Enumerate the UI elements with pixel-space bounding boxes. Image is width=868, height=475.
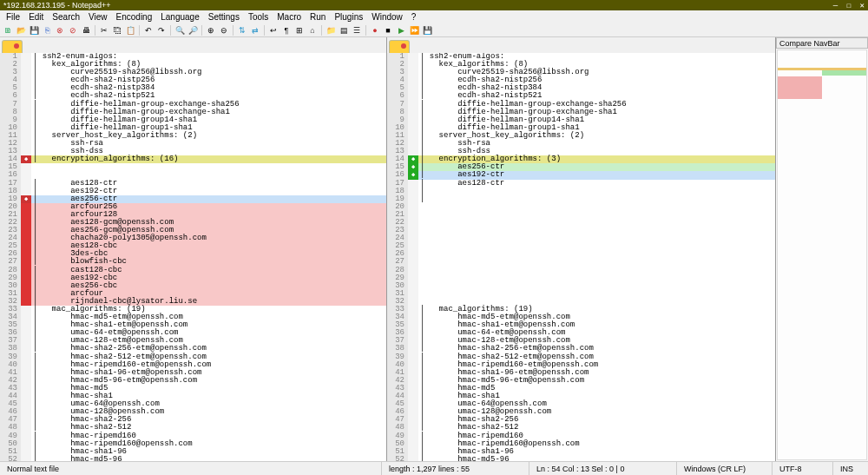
menu-tools[interactable]: Tools xyxy=(244,12,273,22)
find-icon[interactable]: 🔍 xyxy=(174,24,186,36)
close-all-icon[interactable]: ⊘ xyxy=(67,24,79,36)
zoom-in-icon[interactable]: ⊕ xyxy=(205,24,217,36)
left-gutter: 1234567891011121314151617181920212223242… xyxy=(0,53,21,461)
status-eol: Windows (CR LF) xyxy=(677,462,773,475)
menu-window[interactable]: Window xyxy=(367,12,407,22)
menu-macro[interactable]: Macro xyxy=(273,12,306,22)
lang-icon[interactable]: ⌂ xyxy=(306,24,319,36)
right-tabstrip xyxy=(387,37,775,53)
right-pane: 1234567891011121314151617181920212223242… xyxy=(387,37,776,461)
maximize-button[interactable]: ☐ xyxy=(846,1,851,10)
close-file-icon[interactable]: ⊗ xyxy=(54,24,66,36)
cut-icon[interactable]: ✂ xyxy=(98,24,110,36)
modified-dot-icon xyxy=(14,43,19,49)
macro-save-icon[interactable]: 💾 xyxy=(421,24,433,36)
right-marker-column: ◆◆◆ xyxy=(408,53,418,461)
menu-language[interactable]: Language xyxy=(156,12,204,22)
folder-icon[interactable]: 📁 xyxy=(325,24,337,36)
modified-dot-icon xyxy=(401,43,406,49)
indent-guide-icon[interactable]: ⊞ xyxy=(293,24,306,36)
print-icon[interactable]: 🖶 xyxy=(80,24,92,36)
separator xyxy=(321,25,322,36)
open-file-icon[interactable]: 📂 xyxy=(15,24,27,36)
window-title: *192.168.213.195 - Notepad++ xyxy=(3,1,833,10)
macro-stop-icon[interactable]: ■ xyxy=(382,24,394,36)
menu-search[interactable]: Search xyxy=(48,12,84,22)
macro-rec-icon[interactable]: ● xyxy=(369,24,381,36)
compare-navbar-header: Compare NavBar xyxy=(776,37,868,49)
status-enc: UTF-8 xyxy=(773,462,833,475)
menu-run[interactable]: Run xyxy=(306,12,330,22)
right-tab[interactable] xyxy=(389,40,410,53)
toolbar: 🗎 📂 💾 ⎘ ⊗ ⊘ 🖶 ✂ ⿻ 📋 ↶ ↷ 🔍 🔎 ⊕ ⊖ ⇅ ⇄ ↩ ¶ … xyxy=(0,23,868,37)
paste-icon[interactable]: 📋 xyxy=(124,24,136,36)
left-pane: 1234567891011121314151617181920212223242… xyxy=(0,37,387,461)
zoom-out-icon[interactable]: ⊖ xyxy=(218,24,230,36)
right-gutter: 1234567891011121314151617181920212223242… xyxy=(387,53,408,461)
minimize-button[interactable]: — xyxy=(833,1,838,10)
sync-h-icon[interactable]: ⇄ xyxy=(249,24,261,36)
window-controls: — ☐ ✕ xyxy=(833,1,865,10)
menu-edit[interactable]: Edit xyxy=(24,12,48,22)
sync-v-icon[interactable]: ⇅ xyxy=(236,24,248,36)
func-list-icon[interactable]: ☰ xyxy=(351,24,363,36)
main-area: 1234567891011121314151617181920212223242… xyxy=(0,37,868,461)
compare-navbar: Compare NavBar xyxy=(776,37,868,461)
close-button[interactable]: ✕ xyxy=(860,1,865,10)
left-tab[interactable] xyxy=(2,40,23,53)
separator xyxy=(139,25,140,36)
menu-file[interactable]: File xyxy=(2,12,24,22)
menu-?[interactable]: ? xyxy=(407,12,421,22)
right-editor[interactable]: 1234567891011121314151617181920212223242… xyxy=(387,53,775,461)
status-filetype: Normal text file xyxy=(0,462,382,475)
save-icon[interactable]: 💾 xyxy=(28,24,40,36)
separator xyxy=(365,25,366,36)
show-all-chars-icon[interactable]: ¶ xyxy=(280,24,293,36)
redo-icon[interactable]: ↷ xyxy=(155,24,168,36)
menu-plugins[interactable]: Plugins xyxy=(330,12,367,22)
replace-icon[interactable]: 🔎 xyxy=(187,24,199,36)
left-code[interactable]: | ssh2-enum-algos:| kex_algorithms: (8)|… xyxy=(31,53,386,461)
macro-play-icon[interactable]: ▶ xyxy=(395,24,407,36)
wordwrap-icon[interactable]: ↩ xyxy=(267,24,279,36)
left-editor[interactable]: 1234567891011121314151617181920212223242… xyxy=(0,53,386,461)
save-all-icon[interactable]: ⎘ xyxy=(41,24,53,36)
titlebar[interactable]: *192.168.213.195 - Notepad++ — ☐ ✕ xyxy=(0,0,868,10)
copy-icon[interactable]: ⿻ xyxy=(111,24,123,36)
doc-map-icon[interactable]: ▤ xyxy=(338,24,350,36)
menu-view[interactable]: View xyxy=(84,12,112,22)
menu-settings[interactable]: Settings xyxy=(204,12,244,22)
separator xyxy=(264,25,265,36)
status-length: length : 1,297 lines : 55 xyxy=(382,462,529,475)
menubar: FileEditSearchViewEncodingLanguageSettin… xyxy=(0,10,868,23)
status-mode: INS xyxy=(833,462,868,475)
separator xyxy=(201,25,202,36)
left-marker-column: ◆◆ xyxy=(21,53,31,461)
menu-encoding[interactable]: Encoding xyxy=(112,12,157,22)
undo-icon[interactable]: ↶ xyxy=(142,24,155,36)
status-pos: Ln : 54 Col : 13 Sel : 0 | 0 xyxy=(529,462,677,475)
right-code[interactable]: | ssh2-enum-algos:| kex_algorithms: (8)|… xyxy=(418,53,775,461)
statusbar: Normal text file length : 1,297 lines : … xyxy=(0,461,868,475)
separator xyxy=(170,25,171,36)
separator xyxy=(95,25,95,36)
macro-play-multi-icon[interactable]: ⏩ xyxy=(408,24,420,36)
separator xyxy=(233,25,233,36)
compare-minimap[interactable] xyxy=(777,49,867,460)
new-file-icon[interactable]: 🗎 xyxy=(2,24,14,36)
left-tabstrip xyxy=(0,37,386,53)
